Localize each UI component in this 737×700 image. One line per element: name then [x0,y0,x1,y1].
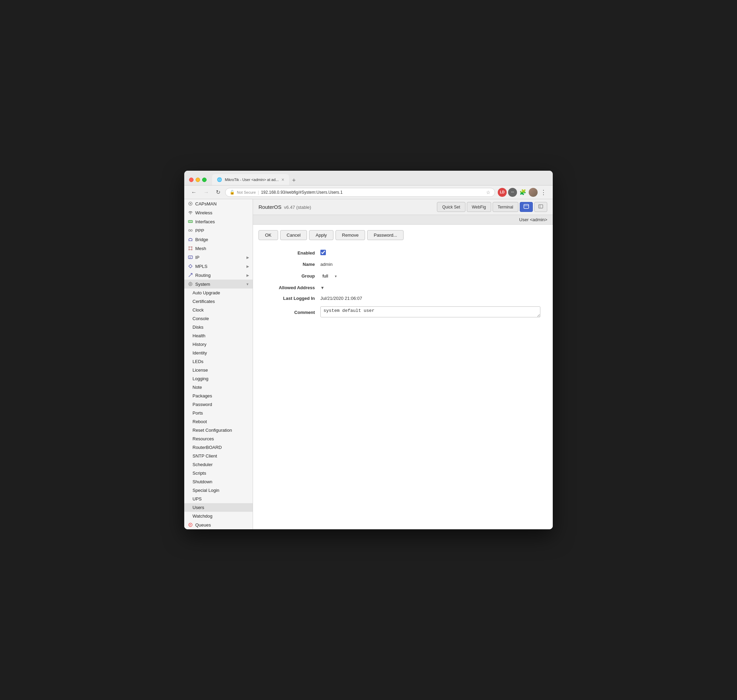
sidebar-item-ppp[interactable]: PPP [184,226,253,235]
close-button[interactable] [189,178,193,182]
sidebar-item-leds[interactable]: LEDs [184,357,253,366]
sidebar-item-note[interactable]: Note [184,383,253,391]
sidebar-item-watchdog[interactable]: Watchdog [184,512,253,521]
name-value: admin [320,259,547,270]
sidebar-label-logging: Logging [193,376,208,381]
sidebar-label-certificates: Certificates [193,299,215,304]
routeros-title: RouterOS v6.47 (stable) [258,204,311,210]
sidebar-item-certificates[interactable]: Certificates [184,297,253,306]
sidebar-item-health[interactable]: Health [184,331,253,340]
back-button[interactable]: ← [189,188,199,197]
winbox-icon-button[interactable] [520,202,533,212]
allowed-address-dropdown[interactable]: ▼ [320,285,324,290]
svg-point-1 [190,203,191,204]
sidebar-item-ports[interactable]: Ports [184,409,253,417]
sidebar-item-mesh[interactable]: Mesh [184,244,253,253]
last-logged-value: Jul/21/2020 21:06:07 [320,293,547,304]
sidebar-item-logging[interactable]: Logging [184,374,253,383]
remove-button[interactable]: Remove [336,230,365,240]
sidebar-item-interfaces[interactable]: Interfaces [184,217,253,226]
sidebar-item-sntp[interactable]: SNTP Client [184,451,253,460]
tab-favicon: 🌐 [217,177,222,182]
sidebar-item-history[interactable]: History [184,340,253,349]
terminal-button[interactable]: Terminal [492,202,518,212]
enabled-checkbox[interactable] [320,250,326,255]
name-text: admin [320,262,332,267]
webfig-button[interactable]: WebFig [467,202,491,212]
not-secure-label: Not Secure [237,190,256,194]
svg-point-14 [189,249,190,250]
sidebar-item-identity[interactable]: Identity [184,349,253,357]
sidebar-label-identity: Identity [193,350,207,356]
sidebar-item-reset-config[interactable]: Reset Configuration [184,426,253,434]
nav-bar: ← → ↻ 🔓 Not Secure | 192.168.0.93/webfig… [184,185,553,199]
sidebar-label-users: Users [193,505,204,510]
sidebar-item-scheduler[interactable]: Scheduler [184,460,253,469]
tab-close-button[interactable]: × [282,177,284,182]
quick-set-button[interactable]: Quick Set [437,202,465,212]
active-tab[interactable]: 🌐 MikroTik - User <admin> at ad... × [212,174,289,185]
comment-field[interactable] [320,306,540,318]
sidebar-item-capsman[interactable]: CAPsMAN [184,199,253,208]
extension-ld[interactable]: LD [498,188,507,197]
sidebar-item-system[interactable]: System ▼ [184,279,253,288]
name-row: Name admin [258,259,547,270]
sidebar-item-users[interactable]: Users [184,503,253,512]
svg-point-13 [192,247,193,248]
sidebar-item-special-login[interactable]: Special Login [184,486,253,495]
svg-rect-28 [539,205,543,208]
minimize-button[interactable] [196,178,200,182]
cancel-button[interactable]: Cancel [280,230,307,240]
group-select-wrapper[interactable]: full read write [320,272,339,279]
url-text[interactable]: 192.168.0.93/webfig/#System:Users.Users.… [261,190,342,195]
group-select[interactable]: full read write [320,272,339,279]
comment-label: Comment [258,304,320,321]
sidebar-item-queues[interactable]: Queues [184,521,253,529]
sidebar-label-health: Health [193,333,206,338]
main-content: RouterOS v6.47 (stable) Quick Set WebFig… [253,199,553,529]
sidebar-item-reboot[interactable]: Reboot [184,417,253,426]
new-tab-button[interactable]: + [289,175,299,185]
password-button[interactable]: Password... [367,230,404,240]
forward-button[interactable]: → [202,188,211,197]
browser-window: 🌐 MikroTik - User <admin> at ad... × + ←… [184,171,553,529]
sidebar-item-bridge[interactable]: Bridge [184,235,253,244]
sidebar-item-disks[interactable]: Disks [184,323,253,331]
sidebar-label-note: Note [193,385,202,390]
sidebar-item-password[interactable]: Password [184,400,253,409]
address-bar[interactable]: 🔓 Not Secure | 192.168.0.93/webfig/#Syst… [225,188,495,197]
sidebar-item-console[interactable]: Console [184,314,253,323]
sidebar-item-packages[interactable]: Packages [184,391,253,400]
svg-point-6 [189,230,190,231]
svg-point-22 [189,282,192,286]
sidebar-item-ip[interactable]: IP IP ▶ [184,253,253,262]
sidebar-label-watchdog: Watchdog [193,513,212,519]
maximize-button[interactable] [202,178,206,182]
sidebar-label-password: Password [193,402,212,407]
sidebar-item-license[interactable]: License [184,366,253,374]
sidebar-item-shutdown[interactable]: Shutdown [184,478,253,486]
sidebar-item-routerboard[interactable]: RouterBOARD [184,443,253,451]
bookmark-icon[interactable]: ☆ [486,190,491,195]
extension-dots[interactable]: ··· [508,188,517,197]
apply-button[interactable]: Apply [309,230,333,240]
ok-button[interactable]: OK [258,230,278,240]
netinstall-icon-button[interactable] [534,202,547,212]
tab-title: MikroTik - User <admin> at ad... [225,178,279,182]
extensions-button[interactable]: 🧩 [518,188,527,197]
sidebar-label-mpls: MPLS [195,264,207,269]
browser-menu-button[interactable]: ⋮ [539,188,548,197]
sidebar-item-wireless[interactable]: Wireless [184,208,253,217]
user-avatar[interactable] [529,188,538,197]
comment-row: Comment [258,304,547,321]
refresh-button[interactable]: ↻ [214,188,223,197]
header-buttons: Quick Set WebFig Terminal [437,202,547,212]
sidebar-item-ups[interactable]: UPS [184,495,253,503]
sidebar-item-mpls[interactable]: MPLS ▶ [184,262,253,271]
sidebar-item-scripts[interactable]: Scripts [184,469,253,478]
sidebar-item-routing[interactable]: Routing ▶ [184,271,253,279]
sidebar-item-clock[interactable]: Clock [184,306,253,314]
system-icon [188,281,193,287]
sidebar-item-auto-upgrade[interactable]: Auto Upgrade [184,288,253,297]
sidebar-item-resources[interactable]: Resources [184,434,253,443]
